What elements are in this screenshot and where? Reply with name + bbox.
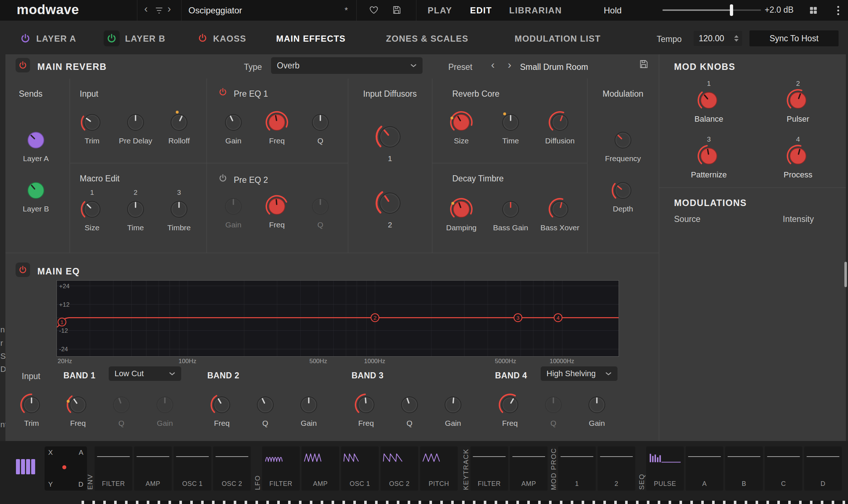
layer-b-power-button[interactable]	[104, 30, 120, 46]
knob-gain[interactable]	[585, 393, 609, 417]
menu-librarian[interactable]: LIBRARIAN	[509, 5, 562, 16]
knob-q[interactable]	[308, 110, 332, 134]
knob-1[interactable]	[375, 122, 405, 152]
knob-damping[interactable]	[449, 197, 473, 221]
knob-gain[interactable]	[221, 110, 245, 134]
knob-bass-gain[interactable]	[499, 197, 523, 221]
pre-eq-1-power-button[interactable]	[219, 88, 228, 97]
knob-patternize[interactable]	[697, 144, 721, 168]
hold-button[interactable]: Hold	[604, 5, 622, 16]
mod-source-1[interactable]: 1	[558, 446, 596, 491]
band-4-type-dropdown[interactable]: High Shelving	[541, 366, 618, 381]
overflow-menu-button[interactable]	[836, 5, 840, 16]
mod-source-pitch[interactable]: PITCH	[420, 446, 458, 491]
mod-source-c[interactable]: C	[765, 446, 802, 491]
volume-slider[interactable]	[662, 9, 761, 11]
knob-time[interactable]	[499, 110, 523, 134]
knob-q[interactable]	[253, 393, 277, 417]
scrollbar[interactable]	[844, 262, 847, 287]
tab-kaoss[interactable]: KAOSS	[213, 34, 246, 44]
knob-freq[interactable]	[354, 393, 378, 417]
tab-layer-b[interactable]: LAYER B	[125, 34, 166, 44]
patch-name-field[interactable]: Oscipeggiator *	[188, 0, 348, 21]
knob-q[interactable]	[308, 194, 332, 218]
knob-freq[interactable]	[265, 194, 289, 218]
mod-source-amp[interactable]: AMP	[510, 446, 548, 491]
mod-source-b[interactable]: B	[725, 446, 763, 491]
mod-source-a[interactable]: A	[686, 446, 723, 491]
mod-source-osc-1[interactable]: OSC 1	[341, 446, 379, 491]
knob-trim[interactable]	[80, 110, 104, 134]
kaoss-pad[interactable]: X A Y D	[45, 446, 87, 491]
reverb-type-dropdown[interactable]: Overb	[271, 57, 423, 74]
knob-balance[interactable]	[697, 88, 721, 112]
knob-gain[interactable]	[221, 194, 245, 218]
preset-prev-button[interactable]: ‹	[486, 59, 500, 72]
knob-freq[interactable]	[265, 110, 289, 134]
tab-zones-scales[interactable]: ZONES & SCALES	[386, 34, 469, 44]
knob-process[interactable]	[786, 144, 810, 168]
knob-size[interactable]	[80, 197, 104, 221]
knob-rolloff[interactable]	[167, 110, 191, 134]
eq-graph[interactable]: +24+12-12-241234	[57, 280, 619, 357]
mod-source-amp[interactable]: AMP	[134, 446, 172, 491]
mod-source-amp[interactable]: AMP	[302, 446, 339, 491]
knob-time[interactable]	[124, 197, 147, 221]
knob-depth[interactable]	[611, 178, 635, 202]
knob-size[interactable]	[449, 110, 473, 134]
main-eq-power-button[interactable]	[16, 262, 30, 277]
knob-q[interactable]	[398, 393, 421, 417]
menu-edit[interactable]: EDIT	[470, 5, 492, 16]
preset-save-icon[interactable]	[639, 59, 648, 69]
knob-layer-a[interactable]	[24, 128, 48, 152]
volume-slider-handle[interactable]	[730, 4, 733, 16]
pre-eq-2-power-button[interactable]	[219, 174, 228, 183]
tab-modulation-list[interactable]: MODULATION LIST	[515, 34, 601, 44]
history-back-button[interactable]: ‹	[144, 3, 148, 15]
mod-source-filter[interactable]: FILTER	[262, 446, 300, 491]
piano-keyboard-strip[interactable]	[82, 501, 848, 504]
preset-next-button[interactable]: ›	[503, 59, 516, 72]
knob-layer-b[interactable]	[24, 178, 48, 202]
favorite-heart-button[interactable]	[369, 5, 379, 14]
knob-2[interactable]	[375, 188, 405, 218]
mod-source-osc-2[interactable]: OSC 2	[381, 446, 418, 491]
knob-gain[interactable]	[441, 393, 465, 417]
stepper-arrows-icon[interactable]	[734, 35, 739, 42]
knob-pre-delay[interactable]	[124, 110, 147, 134]
knob-freq[interactable]	[66, 393, 90, 417]
knob-pulser[interactable]	[786, 88, 810, 112]
sync-to-host-button[interactable]: Sync To Host	[749, 30, 839, 46]
knob-diffusion[interactable]	[548, 110, 572, 134]
knob-gain[interactable]	[153, 393, 177, 417]
knob-q[interactable]	[541, 393, 565, 417]
kaoss-power-button[interactable]	[198, 33, 208, 43]
band-1-type-dropdown[interactable]: Low Cut	[109, 366, 181, 381]
mod-source-filter[interactable]: FILTER	[470, 446, 508, 491]
save-button[interactable]	[392, 5, 401, 14]
knob-frequency[interactable]	[611, 128, 635, 152]
mod-source-osc-1[interactable]: OSC 1	[174, 446, 211, 491]
keyboard-icon[interactable]	[15, 458, 36, 475]
mod-source-pulse[interactable]: PULSE	[646, 446, 684, 491]
knob-trim[interactable]	[20, 393, 43, 417]
grid-menu-button[interactable]	[809, 6, 818, 15]
layer-a-power-button[interactable]	[20, 33, 30, 43]
main-reverb-power-button[interactable]	[16, 58, 30, 72]
menu-play[interactable]: PLAY	[428, 5, 452, 16]
knob-timbre[interactable]	[167, 197, 191, 221]
knob-freq[interactable]	[498, 393, 522, 417]
knob-bass-xover[interactable]	[548, 197, 572, 221]
history-forward-button[interactable]: ›	[167, 3, 171, 15]
tempo-stepper[interactable]: 120.00	[694, 31, 742, 46]
filter-icon[interactable]	[155, 7, 163, 14]
mod-source-osc-2[interactable]: OSC 2	[213, 446, 251, 491]
tab-main-effects[interactable]: MAIN EFFECTS	[276, 34, 346, 44]
knob-q[interactable]	[109, 393, 133, 417]
mod-source-filter[interactable]: FILTER	[95, 446, 132, 491]
mod-source-2[interactable]: 2	[598, 446, 635, 491]
knob-freq[interactable]	[210, 393, 234, 417]
mod-source-d[interactable]: D	[804, 446, 842, 491]
knob-gain[interactable]	[297, 393, 321, 417]
tab-layer-a[interactable]: LAYER A	[36, 34, 76, 44]
